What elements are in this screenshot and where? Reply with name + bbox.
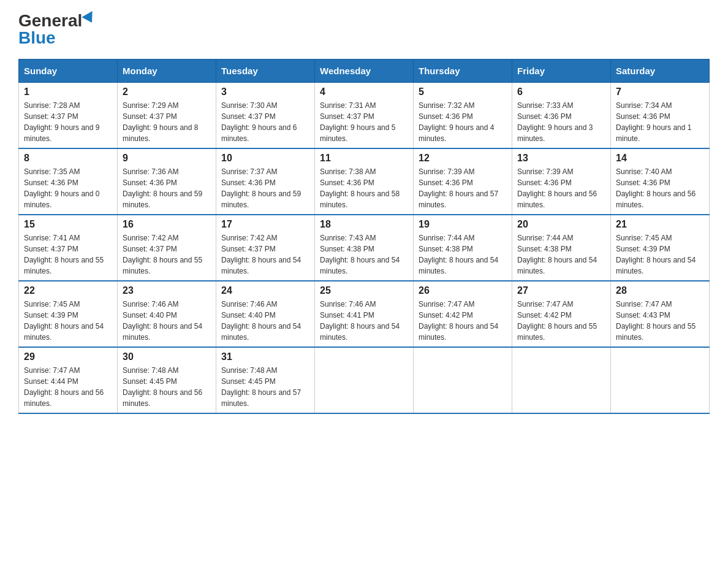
day-info: Sunrise: 7:28 AM Sunset: 4:37 PM Dayligh… — [24, 100, 112, 144]
day-info: Sunrise: 7:47 AM Sunset: 4:42 PM Dayligh… — [419, 299, 507, 343]
calendar-day-cell: 15 Sunrise: 7:41 AM Sunset: 4:37 PM Dayl… — [19, 215, 118, 281]
calendar-day-cell: 29 Sunrise: 7:47 AM Sunset: 4:44 PM Dayl… — [19, 347, 118, 413]
calendar-day-cell: 13 Sunrise: 7:39 AM Sunset: 4:36 PM Dayl… — [512, 148, 611, 215]
day-info: Sunrise: 7:45 AM Sunset: 4:39 PM Dayligh… — [616, 232, 704, 277]
day-number: 2 — [123, 86, 211, 98]
calendar-day-cell: 24 Sunrise: 7:46 AM Sunset: 4:40 PM Dayl… — [216, 281, 315, 347]
calendar-week-row: 8 Sunrise: 7:35 AM Sunset: 4:36 PM Dayli… — [19, 148, 710, 215]
day-info: Sunrise: 7:48 AM Sunset: 4:45 PM Dayligh… — [221, 365, 309, 409]
calendar-header-cell: Tuesday — [216, 59, 315, 83]
calendar-day-cell: 16 Sunrise: 7:42 AM Sunset: 4:37 PM Dayl… — [118, 215, 216, 281]
calendar-day-cell: 18 Sunrise: 7:43 AM Sunset: 4:38 PM Dayl… — [315, 215, 414, 281]
day-number: 30 — [123, 351, 211, 362]
calendar-day-cell: 17 Sunrise: 7:42 AM Sunset: 4:37 PM Dayl… — [216, 215, 315, 281]
day-info: Sunrise: 7:46 AM Sunset: 4:40 PM Dayligh… — [123, 299, 211, 343]
day-number: 15 — [24, 219, 112, 230]
calendar-week-row: 22 Sunrise: 7:45 AM Sunset: 4:39 PM Dayl… — [19, 281, 710, 347]
calendar-day-cell: 14 Sunrise: 7:40 AM Sunset: 4:36 PM Dayl… — [611, 148, 710, 215]
day-info: Sunrise: 7:38 AM Sunset: 4:36 PM Dayligh… — [320, 166, 408, 210]
day-info: Sunrise: 7:33 AM Sunset: 4:36 PM Dayligh… — [517, 100, 605, 144]
calendar-header: SundayMondayTuesdayWednesdayThursdayFrid… — [19, 59, 710, 83]
calendar-day-cell: 6 Sunrise: 7:33 AM Sunset: 4:36 PM Dayli… — [512, 83, 611, 149]
calendar-day-cell: 1 Sunrise: 7:28 AM Sunset: 4:37 PM Dayli… — [19, 83, 118, 149]
calendar-day-cell — [414, 347, 512, 413]
day-number: 16 — [123, 219, 211, 230]
day-number: 22 — [24, 285, 112, 296]
day-info: Sunrise: 7:46 AM Sunset: 4:41 PM Dayligh… — [320, 299, 408, 343]
day-info: Sunrise: 7:41 AM Sunset: 4:37 PM Dayligh… — [24, 232, 112, 277]
calendar-day-cell: 23 Sunrise: 7:46 AM Sunset: 4:40 PM Dayl… — [118, 281, 216, 347]
logo-general-text: General — [18, 12, 82, 29]
day-number: 14 — [616, 153, 704, 164]
day-number: 5 — [419, 86, 507, 98]
calendar-day-cell: 20 Sunrise: 7:44 AM Sunset: 4:38 PM Dayl… — [512, 215, 611, 281]
calendar-table: SundayMondayTuesdayWednesdayThursdayFrid… — [18, 59, 710, 414]
day-number: 25 — [320, 285, 408, 296]
day-info: Sunrise: 7:44 AM Sunset: 4:38 PM Dayligh… — [517, 232, 605, 277]
day-info: Sunrise: 7:44 AM Sunset: 4:38 PM Dayligh… — [419, 232, 507, 277]
calendar-day-cell: 10 Sunrise: 7:37 AM Sunset: 4:36 PM Dayl… — [216, 148, 315, 215]
calendar-header-cell: Monday — [118, 59, 216, 83]
calendar-header-cell: Wednesday — [315, 59, 414, 83]
logo-triangle-icon — [82, 11, 97, 26]
calendar-header-cell: Friday — [512, 59, 611, 83]
day-number: 27 — [517, 285, 605, 296]
day-info: Sunrise: 7:48 AM Sunset: 4:45 PM Dayligh… — [123, 365, 211, 409]
day-info: Sunrise: 7:34 AM Sunset: 4:36 PM Dayligh… — [616, 100, 704, 144]
day-info: Sunrise: 7:35 AM Sunset: 4:36 PM Dayligh… — [24, 166, 112, 210]
calendar-body: 1 Sunrise: 7:28 AM Sunset: 4:37 PM Dayli… — [19, 83, 710, 414]
day-info: Sunrise: 7:47 AM Sunset: 4:44 PM Dayligh… — [24, 365, 112, 409]
calendar-header-cell: Thursday — [414, 59, 512, 83]
logo: General Blue — [18, 12, 96, 47]
day-info: Sunrise: 7:42 AM Sunset: 4:37 PM Dayligh… — [123, 232, 211, 277]
day-number: 11 — [320, 153, 408, 164]
day-number: 29 — [24, 351, 112, 362]
day-info: Sunrise: 7:36 AM Sunset: 4:36 PM Dayligh… — [123, 166, 211, 210]
day-info: Sunrise: 7:45 AM Sunset: 4:39 PM Dayligh… — [24, 299, 112, 343]
day-number: 7 — [616, 86, 704, 98]
day-number: 12 — [419, 153, 507, 164]
day-number: 26 — [419, 285, 507, 296]
day-number: 23 — [123, 285, 211, 296]
day-number: 18 — [320, 219, 408, 230]
day-info: Sunrise: 7:29 AM Sunset: 4:37 PM Dayligh… — [123, 100, 211, 144]
day-info: Sunrise: 7:37 AM Sunset: 4:36 PM Dayligh… — [221, 166, 309, 210]
calendar-header-cell: Sunday — [19, 59, 118, 83]
calendar-week-row: 29 Sunrise: 7:47 AM Sunset: 4:44 PM Dayl… — [19, 347, 710, 413]
calendar-day-cell: 26 Sunrise: 7:47 AM Sunset: 4:42 PM Dayl… — [414, 281, 512, 347]
day-info: Sunrise: 7:47 AM Sunset: 4:42 PM Dayligh… — [517, 299, 605, 343]
calendar-week-row: 1 Sunrise: 7:28 AM Sunset: 4:37 PM Dayli… — [19, 83, 710, 149]
day-info: Sunrise: 7:32 AM Sunset: 4:36 PM Dayligh… — [419, 100, 507, 144]
calendar-week-row: 15 Sunrise: 7:41 AM Sunset: 4:37 PM Dayl… — [19, 215, 710, 281]
calendar-day-cell: 5 Sunrise: 7:32 AM Sunset: 4:36 PM Dayli… — [414, 83, 512, 149]
calendar-day-cell: 3 Sunrise: 7:30 AM Sunset: 4:37 PM Dayli… — [216, 83, 315, 149]
calendar-day-cell: 30 Sunrise: 7:48 AM Sunset: 4:45 PM Dayl… — [118, 347, 216, 413]
day-info: Sunrise: 7:30 AM Sunset: 4:37 PM Dayligh… — [221, 100, 309, 144]
day-number: 8 — [24, 153, 112, 164]
day-info: Sunrise: 7:42 AM Sunset: 4:37 PM Dayligh… — [221, 232, 309, 277]
day-number: 31 — [221, 351, 309, 362]
calendar-header-cell: Saturday — [611, 59, 710, 83]
day-info: Sunrise: 7:40 AM Sunset: 4:36 PM Dayligh… — [616, 166, 704, 210]
day-number: 9 — [123, 153, 211, 164]
calendar-day-cell — [611, 347, 710, 413]
calendar-day-cell: 27 Sunrise: 7:47 AM Sunset: 4:42 PM Dayl… — [512, 281, 611, 347]
calendar-day-cell: 8 Sunrise: 7:35 AM Sunset: 4:36 PM Dayli… — [19, 148, 118, 215]
day-info: Sunrise: 7:39 AM Sunset: 4:36 PM Dayligh… — [517, 166, 605, 210]
day-number: 17 — [221, 219, 309, 230]
calendar-day-cell: 12 Sunrise: 7:39 AM Sunset: 4:36 PM Dayl… — [414, 148, 512, 215]
calendar-day-cell: 11 Sunrise: 7:38 AM Sunset: 4:36 PM Dayl… — [315, 148, 414, 215]
calendar-day-cell: 7 Sunrise: 7:34 AM Sunset: 4:36 PM Dayli… — [611, 83, 710, 149]
calendar-header-row: SundayMondayTuesdayWednesdayThursdayFrid… — [19, 59, 710, 83]
calendar-day-cell: 21 Sunrise: 7:45 AM Sunset: 4:39 PM Dayl… — [611, 215, 710, 281]
day-info: Sunrise: 7:47 AM Sunset: 4:43 PM Dayligh… — [616, 299, 704, 343]
day-number: 6 — [517, 86, 605, 98]
day-number: 28 — [616, 285, 704, 296]
calendar-day-cell: 2 Sunrise: 7:29 AM Sunset: 4:37 PM Dayli… — [118, 83, 216, 149]
day-number: 13 — [517, 153, 605, 164]
calendar-day-cell: 19 Sunrise: 7:44 AM Sunset: 4:38 PM Dayl… — [414, 215, 512, 281]
day-number: 10 — [221, 153, 309, 164]
day-number: 1 — [24, 86, 112, 98]
logo-blue-text: Blue — [18, 29, 56, 47]
calendar-day-cell — [315, 347, 414, 413]
